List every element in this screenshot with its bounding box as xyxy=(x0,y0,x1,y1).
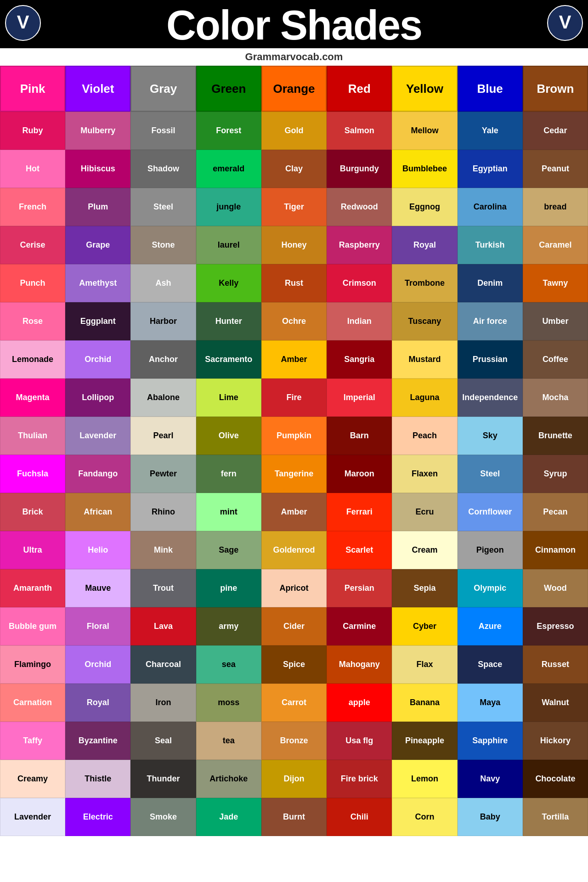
color-cell-r10-c5: Ferrari xyxy=(327,493,392,531)
color-cell-r12-c4: Apricot xyxy=(261,569,327,607)
color-cell-r15-c8: Walnut xyxy=(523,684,588,722)
color-cell-r18-c3: Jade xyxy=(196,798,261,836)
color-cell-r14-c7: Space xyxy=(458,645,523,684)
color-cell-r10-c7: Cornflower xyxy=(458,493,523,531)
color-cell-r12-c7: Olympic xyxy=(458,569,523,607)
color-cell-r17-c8: Chocolate xyxy=(523,760,588,798)
color-cell-r14-c3: sea xyxy=(196,645,261,684)
color-cell-r2-c5: Redwood xyxy=(327,188,392,226)
color-cell-r5-c5: Indian xyxy=(327,302,392,340)
color-cell-r8-c8: Brunette xyxy=(523,417,588,455)
svg-text:V: V xyxy=(17,12,29,32)
color-cell-r3-c3: laurel xyxy=(196,226,261,264)
color-cell-r13-c2: Lava xyxy=(130,607,196,645)
color-cell-r6-c4: Amber xyxy=(261,340,327,379)
header-cell-red: Red xyxy=(327,66,392,112)
color-cell-r16-c3: tea xyxy=(196,722,261,760)
color-cell-r9-c1: Fandango xyxy=(65,455,130,493)
color-cell-r1-c3: emerald xyxy=(196,150,261,188)
color-cell-r15-c4: Carrot xyxy=(261,684,327,722)
color-cell-r18-c1: Electric xyxy=(65,798,130,836)
color-cell-r9-c5: Maroon xyxy=(327,455,392,493)
color-cell-r14-c8: Russet xyxy=(523,645,588,684)
color-cell-r6-c3: Sacramento xyxy=(196,340,261,379)
color-cell-r17-c1: Thistle xyxy=(65,760,130,798)
color-cell-r4-c5: Crimson xyxy=(327,264,392,302)
color-cell-r9-c7: Steel xyxy=(458,455,523,493)
color-cell-r0-c4: Gold xyxy=(261,112,327,150)
color-cell-r8-c1: Lavender xyxy=(65,417,130,455)
color-cell-r11-c1: Helio xyxy=(65,531,130,569)
color-cell-r14-c1: Orchid xyxy=(65,645,130,684)
header: V Color Shades V xyxy=(0,0,588,48)
color-cell-r9-c3: fern xyxy=(196,455,261,493)
color-cell-r7-c6: Laguna xyxy=(392,379,457,417)
color-cell-r3-c6: Royal xyxy=(392,226,457,264)
color-cell-r9-c0: Fuchsla xyxy=(0,455,65,493)
color-cell-r16-c5: Usa flg xyxy=(327,722,392,760)
color-cell-r5-c1: Eggplant xyxy=(65,302,130,340)
color-cell-r2-c8: bread xyxy=(523,188,588,226)
color-cell-r14-c5: Mahogany xyxy=(327,645,392,684)
color-cell-r1-c8: Peanut xyxy=(523,150,588,188)
color-cell-r18-c8: Tortilla xyxy=(523,798,588,836)
color-cell-r18-c6: Corn xyxy=(392,798,457,836)
color-cell-r15-c2: Iron xyxy=(130,684,196,722)
header-cell-violet: Violet xyxy=(65,66,130,112)
color-cell-r8-c5: Barn xyxy=(327,417,392,455)
color-cell-r2-c6: Eggnog xyxy=(392,188,457,226)
color-cell-r2-c3: jungle xyxy=(196,188,261,226)
color-cell-r12-c0: Amaranth xyxy=(0,569,65,607)
color-cell-r5-c6: Tuscany xyxy=(392,302,457,340)
color-cell-r12-c2: Trout xyxy=(130,569,196,607)
color-cell-r1-c5: Burgundy xyxy=(327,150,392,188)
color-cell-r11-c6: Cream xyxy=(392,531,457,569)
color-cell-r13-c3: army xyxy=(196,607,261,645)
color-cell-r0-c8: Cedar xyxy=(523,112,588,150)
color-cell-r3-c5: Raspberry xyxy=(327,226,392,264)
color-cell-r11-c4: Goldenrod xyxy=(261,531,327,569)
page-title: Color Shades xyxy=(166,2,422,48)
color-cell-r9-c6: Flaxen xyxy=(392,455,457,493)
color-cell-r15-c1: Royal xyxy=(65,684,130,722)
svg-text:V: V xyxy=(559,12,571,32)
color-cell-r12-c3: pine xyxy=(196,569,261,607)
header-cell-orange: Orange xyxy=(261,66,327,112)
color-cell-r11-c5: Scarlet xyxy=(327,531,392,569)
color-cell-r1-c4: Clay xyxy=(261,150,327,188)
color-cell-r17-c3: Artichoke xyxy=(196,760,261,798)
color-cell-r0-c3: Forest xyxy=(196,112,261,150)
logo-right: V xyxy=(547,5,583,41)
color-cell-r10-c6: Ecru xyxy=(392,493,457,531)
color-cell-r0-c2: Fossil xyxy=(130,112,196,150)
color-cell-r2-c7: Carolina xyxy=(458,188,523,226)
color-cell-r13-c6: Cyber xyxy=(392,607,457,645)
color-cell-r12-c8: Wood xyxy=(523,569,588,607)
color-cell-r5-c3: Hunter xyxy=(196,302,261,340)
color-cell-r1-c2: Shadow xyxy=(130,150,196,188)
logo-left: V xyxy=(5,5,41,41)
color-cell-r16-c7: Sapphire xyxy=(458,722,523,760)
color-cell-r4-c2: Ash xyxy=(130,264,196,302)
color-cell-r6-c1: Orchid xyxy=(65,340,130,379)
color-cell-r17-c5: Fire brick xyxy=(327,760,392,798)
color-cell-r13-c8: Espresso xyxy=(523,607,588,645)
header-cell-green: Green xyxy=(196,66,261,112)
color-cell-r10-c4: Amber xyxy=(261,493,327,531)
color-cell-r11-c2: Mink xyxy=(130,531,196,569)
website-label: Grammarvocab.com xyxy=(245,51,343,62)
color-cell-r3-c8: Caramel xyxy=(523,226,588,264)
color-cell-r1-c7: Egyptian xyxy=(458,150,523,188)
color-cell-r6-c0: Lemonade xyxy=(0,340,65,379)
color-cell-r1-c1: Hibiscus xyxy=(65,150,130,188)
color-cell-r11-c7: Pigeon xyxy=(458,531,523,569)
color-cell-r16-c1: Byzantine xyxy=(65,722,130,760)
header-cell-brown: Brown xyxy=(523,66,588,112)
color-cell-r6-c2: Anchor xyxy=(130,340,196,379)
color-cell-r17-c2: Thunder xyxy=(130,760,196,798)
color-cell-r16-c6: Pineapple xyxy=(392,722,457,760)
color-cell-r3-c2: Stone xyxy=(130,226,196,264)
color-cell-r0-c7: Yale xyxy=(458,112,523,150)
color-cell-r7-c8: Mocha xyxy=(523,379,588,417)
color-cell-r12-c5: Persian xyxy=(327,569,392,607)
